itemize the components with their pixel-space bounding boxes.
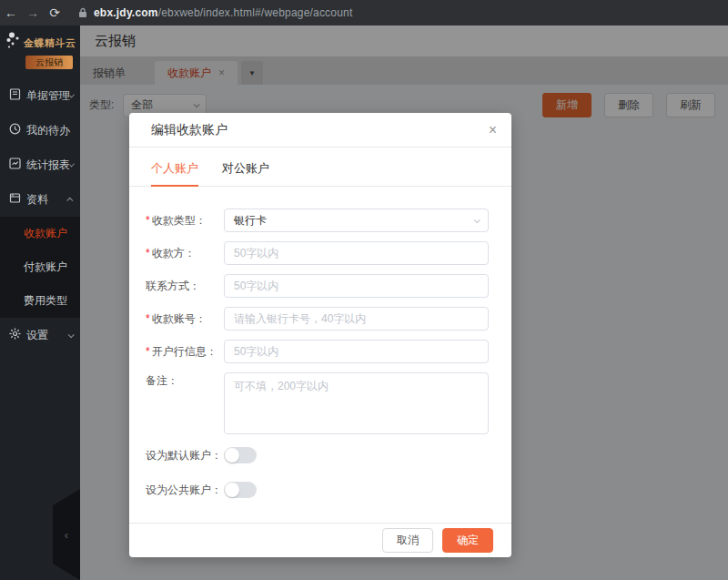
chart-icon [9, 158, 21, 172]
screen: ← → ⟳ ebx.jdy.com/ebxweb/index.html#/web… [0, 0, 728, 580]
field-label-bank: *开户行信息： [146, 343, 224, 360]
field-label-default-account: 设为默认账户： [146, 447, 224, 463]
close-icon[interactable]: × [489, 123, 497, 137]
required-asterisk: * [146, 345, 150, 358]
reload-icon[interactable]: ⟳ [44, 5, 66, 20]
account-number-input[interactable] [224, 307, 489, 331]
sidebar-item-docs[interactable]: 单据管理 [0, 78, 80, 113]
url-path: /ebxweb/index.html#/webpage/account [158, 6, 353, 19]
field-label-account: *收款账号： [146, 310, 224, 327]
field-label-contact: 联系方式： [146, 278, 224, 294]
tab-company-account[interactable]: 对公账户 [222, 160, 269, 186]
forward-icon[interactable]: → [22, 5, 44, 20]
sidebar-submenu: 收款账户 付款账户 费用类型 [0, 217, 80, 318]
sidebar-item-reports[interactable]: 统计报表 [0, 148, 80, 182]
toggle-knob [225, 483, 239, 497]
default-account-toggle[interactable] [224, 447, 257, 463]
required-asterisk: * [146, 214, 150, 227]
gear-icon [9, 328, 21, 342]
chevron-down-icon [69, 161, 75, 167]
field-label-type: *收款类型： [146, 212, 224, 229]
chevron-up-icon [66, 197, 73, 203]
chevron-down-icon [474, 217, 480, 223]
sidebar-item-data[interactable]: 资料 [0, 182, 80, 217]
document-icon [9, 88, 21, 103]
cancel-button[interactable]: 取消 [382, 528, 433, 553]
field-label-public-account: 设为公共账户： [146, 482, 224, 498]
clock-icon [9, 123, 21, 137]
brand-badge: 云报销 [25, 56, 73, 69]
modal-footer: 取消 确定 [129, 523, 511, 557]
modal-title: 编辑收款账户 [151, 122, 228, 138]
required-asterisk: * [146, 312, 150, 325]
contact-input[interactable] [224, 274, 489, 298]
logo-dots-icon [5, 32, 21, 54]
toggle-knob [225, 448, 239, 463]
browser-bar: ← → ⟳ ebx.jdy.com/ebxweb/index.html#/web… [0, 0, 728, 25]
brand-name: 金蝶精斗云 [24, 36, 76, 50]
edit-account-modal: 编辑收款账户 × 个人账户 对公账户 *收款类型： 银行卡 *收款方： 联系方式… [129, 113, 511, 557]
field-label-payee: *收款方： [146, 245, 224, 261]
back-icon[interactable]: ← [0, 5, 22, 20]
sidebar-item-expense-type[interactable]: 费用类型 [0, 284, 80, 318]
payee-input[interactable] [224, 241, 489, 265]
modal-header: 编辑收款账户 × [129, 113, 511, 148]
lock-icon [78, 7, 87, 18]
address-bar[interactable]: ebx.jdy.com/ebxweb/index.html#/webpage/a… [94, 6, 352, 19]
tab-personal-account[interactable]: 个人账户 [151, 160, 198, 187]
required-asterisk: * [146, 247, 150, 259]
sidebar: 金蝶精斗云 云报销 单据管理 我的待办 统计报表 资料 [0, 25, 80, 580]
chevron-down-icon [69, 92, 75, 97]
sidebar-collapse-handle[interactable]: ‹ [53, 489, 80, 580]
sidebar-menu: 单据管理 我的待办 统计报表 资料 收款账户 [0, 78, 80, 352]
public-account-toggle[interactable] [224, 482, 257, 498]
account-form: *收款类型： 银行卡 *收款方： 联系方式： *收款账号： *开户行信息： [129, 187, 511, 498]
account-type-tabs: 个人账户 对公账户 [129, 160, 511, 187]
receive-type-select[interactable]: 银行卡 [224, 209, 489, 232]
sidebar-item-todo[interactable]: 我的待办 [0, 113, 80, 148]
sidebar-item-pay-account[interactable]: 付款账户 [0, 250, 80, 284]
collapse-left-icon: ‹ [65, 528, 68, 542]
confirm-button[interactable]: 确定 [442, 528, 493, 553]
book-icon [9, 192, 21, 207]
field-label-note: 备注： [146, 372, 224, 389]
note-textarea[interactable] [224, 372, 489, 434]
sidebar-item-settings[interactable]: 设置 [0, 318, 80, 352]
bank-info-input[interactable] [224, 340, 489, 363]
url-domain: ebx.jdy.com [94, 6, 158, 19]
chevron-down-icon [68, 331, 75, 338]
brand-logo: 金蝶精斗云 云报销 [0, 25, 80, 69]
sidebar-item-receive-account[interactable]: 收款账户 [0, 217, 80, 250]
